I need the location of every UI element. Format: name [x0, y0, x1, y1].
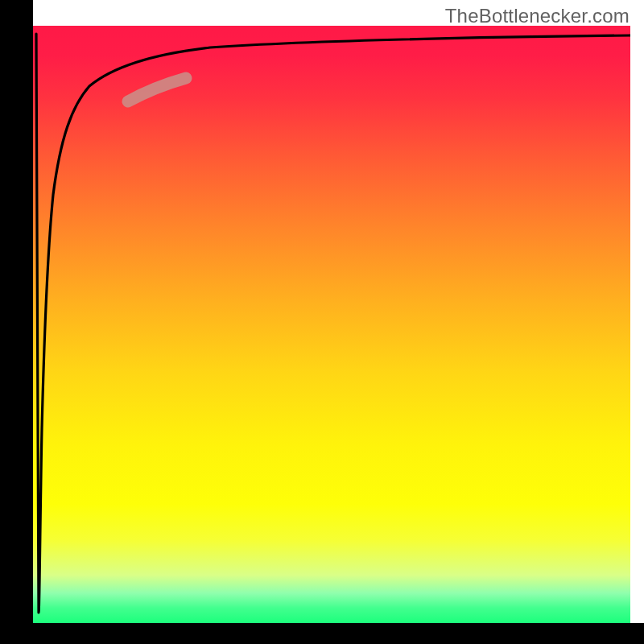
- chart-frame: TheBottlenecker.com: [0, 0, 644, 644]
- highlight-segment-icon: [128, 78, 186, 101]
- bottleneck-curve: [36, 34, 630, 613]
- x-axis-bar: [0, 623, 644, 644]
- curve-svg: [33, 26, 630, 623]
- plot-gradient-area: [33, 26, 630, 623]
- y-axis-bar: [0, 0, 33, 644]
- attribution-text: TheBottlenecker.com: [445, 5, 630, 27]
